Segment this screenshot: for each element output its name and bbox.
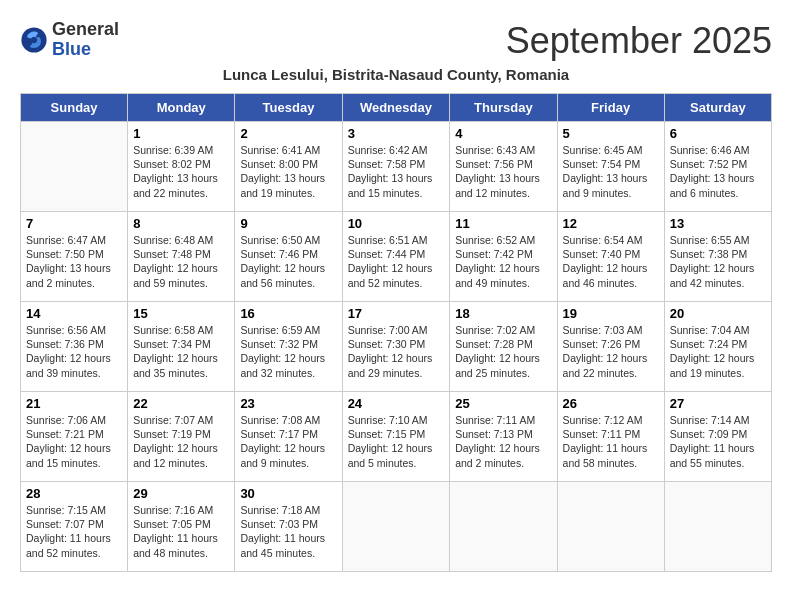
day-info: Sunrise: 7:14 AM Sunset: 7:09 PM Dayligh… (670, 413, 766, 470)
header-row: SundayMondayTuesdayWednesdayThursdayFrid… (21, 94, 772, 122)
day-number: 27 (670, 396, 766, 411)
day-of-week-header: Tuesday (235, 94, 342, 122)
day-info: Sunrise: 6:48 AM Sunset: 7:48 PM Dayligh… (133, 233, 229, 290)
calendar-cell: 2Sunrise: 6:41 AM Sunset: 8:00 PM Daylig… (235, 122, 342, 212)
calendar-cell: 1Sunrise: 6:39 AM Sunset: 8:02 PM Daylig… (128, 122, 235, 212)
calendar-cell: 17Sunrise: 7:00 AM Sunset: 7:30 PM Dayli… (342, 302, 450, 392)
calendar-header: SundayMondayTuesdayWednesdayThursdayFrid… (21, 94, 772, 122)
day-info: Sunrise: 6:45 AM Sunset: 7:54 PM Dayligh… (563, 143, 659, 200)
day-number: 13 (670, 216, 766, 231)
day-of-week-header: Monday (128, 94, 235, 122)
calendar-cell: 15Sunrise: 6:58 AM Sunset: 7:34 PM Dayli… (128, 302, 235, 392)
day-number: 24 (348, 396, 445, 411)
day-number: 22 (133, 396, 229, 411)
calendar-cell: 21Sunrise: 7:06 AM Sunset: 7:21 PM Dayli… (21, 392, 128, 482)
calendar-cell: 14Sunrise: 6:56 AM Sunset: 7:36 PM Dayli… (21, 302, 128, 392)
calendar-cell: 5Sunrise: 6:45 AM Sunset: 7:54 PM Daylig… (557, 122, 664, 212)
calendar-cell: 30Sunrise: 7:18 AM Sunset: 7:03 PM Dayli… (235, 482, 342, 572)
day-number: 3 (348, 126, 445, 141)
day-number: 8 (133, 216, 229, 231)
day-of-week-header: Saturday (664, 94, 771, 122)
day-info: Sunrise: 7:07 AM Sunset: 7:19 PM Dayligh… (133, 413, 229, 470)
day-info: Sunrise: 6:39 AM Sunset: 8:02 PM Dayligh… (133, 143, 229, 200)
day-info: Sunrise: 7:02 AM Sunset: 7:28 PM Dayligh… (455, 323, 551, 380)
day-number: 9 (240, 216, 336, 231)
calendar-cell: 20Sunrise: 7:04 AM Sunset: 7:24 PM Dayli… (664, 302, 771, 392)
day-number: 23 (240, 396, 336, 411)
calendar-cell: 11Sunrise: 6:52 AM Sunset: 7:42 PM Dayli… (450, 212, 557, 302)
calendar-cell: 22Sunrise: 7:07 AM Sunset: 7:19 PM Dayli… (128, 392, 235, 482)
day-info: Sunrise: 6:46 AM Sunset: 7:52 PM Dayligh… (670, 143, 766, 200)
day-info: Sunrise: 7:15 AM Sunset: 7:07 PM Dayligh… (26, 503, 122, 560)
calendar-cell: 26Sunrise: 7:12 AM Sunset: 7:11 PM Dayli… (557, 392, 664, 482)
day-number: 6 (670, 126, 766, 141)
svg-point-0 (21, 27, 46, 52)
calendar-cell: 3Sunrise: 6:42 AM Sunset: 7:58 PM Daylig… (342, 122, 450, 212)
calendar-cell: 7Sunrise: 6:47 AM Sunset: 7:50 PM Daylig… (21, 212, 128, 302)
day-info: Sunrise: 6:56 AM Sunset: 7:36 PM Dayligh… (26, 323, 122, 380)
calendar-cell: 12Sunrise: 6:54 AM Sunset: 7:40 PM Dayli… (557, 212, 664, 302)
day-number: 11 (455, 216, 551, 231)
day-info: Sunrise: 6:41 AM Sunset: 8:00 PM Dayligh… (240, 143, 336, 200)
day-number: 7 (26, 216, 122, 231)
day-info: Sunrise: 6:42 AM Sunset: 7:58 PM Dayligh… (348, 143, 445, 200)
logo: General Blue (20, 20, 119, 60)
day-info: Sunrise: 7:11 AM Sunset: 7:13 PM Dayligh… (455, 413, 551, 470)
month-title: September 2025 (506, 20, 772, 62)
day-number: 18 (455, 306, 551, 321)
day-info: Sunrise: 6:54 AM Sunset: 7:40 PM Dayligh… (563, 233, 659, 290)
calendar-cell: 6Sunrise: 6:46 AM Sunset: 7:52 PM Daylig… (664, 122, 771, 212)
day-number: 15 (133, 306, 229, 321)
day-number: 21 (26, 396, 122, 411)
day-info: Sunrise: 7:08 AM Sunset: 7:17 PM Dayligh… (240, 413, 336, 470)
day-info: Sunrise: 7:06 AM Sunset: 7:21 PM Dayligh… (26, 413, 122, 470)
day-info: Sunrise: 7:10 AM Sunset: 7:15 PM Dayligh… (348, 413, 445, 470)
day-number: 20 (670, 306, 766, 321)
logo-general-text: General (52, 19, 119, 39)
calendar-cell: 9Sunrise: 6:50 AM Sunset: 7:46 PM Daylig… (235, 212, 342, 302)
day-number: 17 (348, 306, 445, 321)
day-number: 29 (133, 486, 229, 501)
calendar-table: SundayMondayTuesdayWednesdayThursdayFrid… (20, 93, 772, 572)
day-info: Sunrise: 7:16 AM Sunset: 7:05 PM Dayligh… (133, 503, 229, 560)
calendar-cell: 19Sunrise: 7:03 AM Sunset: 7:26 PM Dayli… (557, 302, 664, 392)
day-number: 14 (26, 306, 122, 321)
day-info: Sunrise: 7:04 AM Sunset: 7:24 PM Dayligh… (670, 323, 766, 380)
day-number: 16 (240, 306, 336, 321)
calendar-cell (557, 482, 664, 572)
calendar-body: 1Sunrise: 6:39 AM Sunset: 8:02 PM Daylig… (21, 122, 772, 572)
calendar-cell (342, 482, 450, 572)
calendar-cell: 4Sunrise: 6:43 AM Sunset: 7:56 PM Daylig… (450, 122, 557, 212)
day-info: Sunrise: 7:00 AM Sunset: 7:30 PM Dayligh… (348, 323, 445, 380)
day-info: Sunrise: 7:18 AM Sunset: 7:03 PM Dayligh… (240, 503, 336, 560)
calendar-cell: 8Sunrise: 6:48 AM Sunset: 7:48 PM Daylig… (128, 212, 235, 302)
day-number: 19 (563, 306, 659, 321)
calendar-cell: 23Sunrise: 7:08 AM Sunset: 7:17 PM Dayli… (235, 392, 342, 482)
day-info: Sunrise: 6:59 AM Sunset: 7:32 PM Dayligh… (240, 323, 336, 380)
day-number: 25 (455, 396, 551, 411)
day-of-week-header: Wednesday (342, 94, 450, 122)
day-number: 2 (240, 126, 336, 141)
general-blue-icon (20, 26, 48, 54)
day-info: Sunrise: 6:47 AM Sunset: 7:50 PM Dayligh… (26, 233, 122, 290)
day-info: Sunrise: 6:50 AM Sunset: 7:46 PM Dayligh… (240, 233, 336, 290)
calendar-cell: 18Sunrise: 7:02 AM Sunset: 7:28 PM Dayli… (450, 302, 557, 392)
calendar-cell: 28Sunrise: 7:15 AM Sunset: 7:07 PM Dayli… (21, 482, 128, 572)
day-info: Sunrise: 6:51 AM Sunset: 7:44 PM Dayligh… (348, 233, 445, 290)
day-number: 4 (455, 126, 551, 141)
calendar-cell: 13Sunrise: 6:55 AM Sunset: 7:38 PM Dayli… (664, 212, 771, 302)
calendar-cell: 24Sunrise: 7:10 AM Sunset: 7:15 PM Dayli… (342, 392, 450, 482)
day-of-week-header: Friday (557, 94, 664, 122)
day-of-week-header: Thursday (450, 94, 557, 122)
calendar-cell: 10Sunrise: 6:51 AM Sunset: 7:44 PM Dayli… (342, 212, 450, 302)
logo-blue-text: Blue (52, 39, 91, 59)
day-number: 10 (348, 216, 445, 231)
day-info: Sunrise: 7:12 AM Sunset: 7:11 PM Dayligh… (563, 413, 659, 470)
day-number: 1 (133, 126, 229, 141)
calendar-cell (450, 482, 557, 572)
day-number: 5 (563, 126, 659, 141)
day-info: Sunrise: 6:52 AM Sunset: 7:42 PM Dayligh… (455, 233, 551, 290)
day-info: Sunrise: 6:43 AM Sunset: 7:56 PM Dayligh… (455, 143, 551, 200)
day-of-week-header: Sunday (21, 94, 128, 122)
day-info: Sunrise: 6:58 AM Sunset: 7:34 PM Dayligh… (133, 323, 229, 380)
